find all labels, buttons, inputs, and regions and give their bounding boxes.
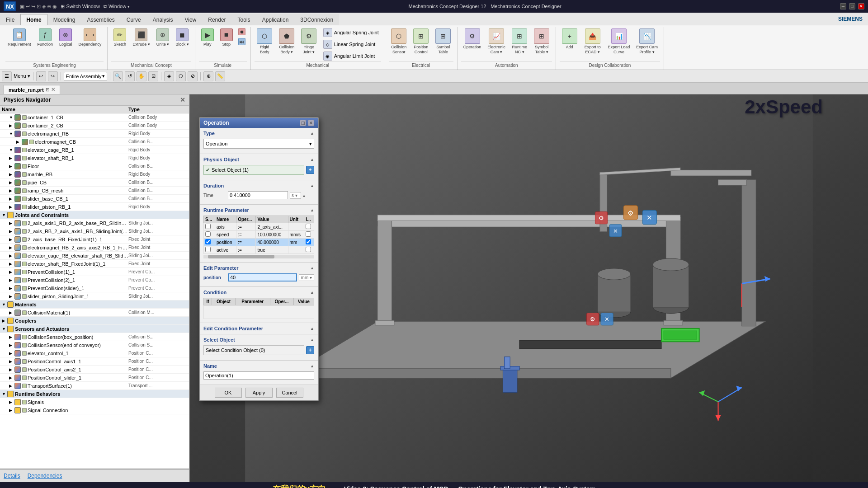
dialog-cancel-btn[interactable]: Cancel bbox=[276, 388, 303, 398]
tb-snap[interactable]: ⊕ bbox=[203, 71, 213, 81]
select-object-add-btn[interactable]: + bbox=[306, 166, 314, 174]
3d-viewport[interactable]: ⚙ ✕ ⚙ ✕ ⚙ ✕ bbox=[190, 94, 868, 482]
time-input[interactable] bbox=[228, 191, 288, 199]
tree-expander[interactable]: ▶ bbox=[9, 221, 14, 225]
tree-expander[interactable]: ▼ bbox=[2, 392, 7, 396]
tab-3dconnexion[interactable]: 3DConnexion bbox=[294, 14, 339, 25]
tree-expander[interactable]: ▶ bbox=[9, 400, 14, 404]
tree-item[interactable]: ▼container_1_CBCollision Body bbox=[0, 113, 189, 122]
dialog-apply-btn[interactable]: Apply bbox=[245, 388, 273, 398]
edit-param-unit-select[interactable]: mm ▾ bbox=[299, 274, 314, 281]
param-table-row[interactable]: speed := 100.000000 mm/s bbox=[204, 231, 314, 239]
doc-tab-close[interactable]: ✕ bbox=[51, 87, 55, 93]
dependencies-tab[interactable]: Dependencies bbox=[28, 473, 62, 479]
param-table-scrollbar[interactable] bbox=[203, 255, 314, 258]
angular-spring-joint-item[interactable]: ◈ Angular Spring Joint bbox=[321, 27, 381, 38]
tree-item[interactable]: ▶Signals bbox=[0, 398, 189, 406]
name-input[interactable] bbox=[203, 371, 314, 380]
param-checkbox[interactable] bbox=[205, 247, 211, 252]
tree-expander[interactable]: ▶ bbox=[9, 156, 14, 160]
tree-expander[interactable]: ▶ bbox=[9, 408, 14, 413]
param-i-cell[interactable] bbox=[304, 223, 314, 231]
type-section-header[interactable]: Type ▲ bbox=[203, 130, 314, 137]
tree-item[interactable]: ▶CollisionMaterial(1)Collision M... bbox=[0, 309, 189, 317]
tree-item[interactable]: ▶PreventCollision(1)_1Prevent Co... bbox=[0, 268, 189, 276]
function-btn[interactable]: ƒ Function bbox=[35, 27, 56, 48]
type-select[interactable]: Operation ▾ bbox=[203, 139, 314, 149]
param-i-checkbox[interactable] bbox=[306, 231, 311, 237]
param-table-row[interactable]: active := true bbox=[204, 246, 314, 254]
tree-expander[interactable]: ▶ bbox=[9, 384, 14, 388]
tab-modeling[interactable]: Modeling bbox=[47, 14, 81, 25]
time-unit-select[interactable]: s ▾ bbox=[290, 192, 301, 199]
tree-expander[interactable]: ▶ bbox=[9, 286, 14, 291]
minimize-btn[interactable]: ─ bbox=[840, 3, 846, 9]
tree-expander[interactable]: ▶ bbox=[9, 245, 14, 250]
tree-item[interactable]: ▼Joints and Constraints bbox=[0, 211, 189, 219]
tree-item[interactable]: ▶PositionControl_axis2_1Position C... bbox=[0, 366, 189, 374]
runtime-nc-btn[interactable]: ⊞ RuntimeNC ▾ bbox=[509, 27, 530, 56]
tree-item[interactable]: ▶electromagnet_RB_2_axis_axis2_RB_1_Fixe… bbox=[0, 244, 189, 252]
tree-item[interactable]: ▶PreventCollision(2)_1Prevent Co... bbox=[0, 276, 189, 284]
param-checkbox[interactable] bbox=[205, 231, 211, 237]
tab-assemblies[interactable]: Assemblies bbox=[81, 14, 120, 25]
tree-item[interactable]: ▶Couplers bbox=[0, 317, 189, 325]
angular-limit-joint-item[interactable]: ◉ Angular Limit Joint bbox=[321, 51, 381, 61]
stop-btn[interactable]: ■ Stop bbox=[218, 27, 235, 48]
param-check-cell[interactable] bbox=[204, 246, 215, 254]
dialog-restore-btn[interactable]: ◫ bbox=[300, 120, 306, 126]
param-table-row[interactable]: axis := 2_axis_axi... bbox=[204, 223, 314, 231]
tree-item[interactable]: ▼elevator_cage_RB_1Rigid Body bbox=[0, 146, 189, 154]
symbol-table-btn[interactable]: ⊞ SymbolTable bbox=[433, 27, 453, 56]
tree-expander[interactable]: ▶ bbox=[9, 375, 14, 380]
unite-btn[interactable]: ⊕ Unite ▾ bbox=[154, 27, 172, 48]
play-btn[interactable]: ▶ Play bbox=[199, 27, 216, 48]
tab-home[interactable]: Home bbox=[20, 14, 47, 25]
tree-item[interactable]: ▶PreventCollision(slider)_1Prevent Co... bbox=[0, 284, 189, 292]
dialog-close-btn[interactable]: ✕ bbox=[308, 120, 314, 126]
rigid-body-btn[interactable]: ⬡ RigidBody bbox=[255, 27, 275, 56]
tree-expander[interactable]: ▶ bbox=[9, 270, 14, 274]
tree-item[interactable]: ▶electromagnet_CBCollision B... bbox=[0, 138, 189, 146]
tree-item[interactable]: ▶Signal Connection bbox=[0, 406, 189, 414]
tree-expander[interactable]: ▶ bbox=[9, 197, 14, 201]
tree-item[interactable]: ▶elevator_shaft_RB_FixedJoint(1)_1Fixed … bbox=[0, 260, 189, 268]
panel-close-btn[interactable]: ✕ bbox=[180, 96, 185, 103]
param-i-cell[interactable] bbox=[304, 231, 314, 239]
dialog-ok-btn[interactable]: OK bbox=[215, 388, 242, 398]
close-btn[interactable]: ✕ bbox=[858, 3, 864, 9]
tree-item[interactable]: ▶2_axis_axis1_RB_2_axis_base_RB_SlidingJ… bbox=[0, 219, 189, 227]
tb-rotate[interactable]: ↺ bbox=[125, 71, 135, 81]
sketch-btn[interactable]: ✏ Sketch bbox=[111, 27, 128, 48]
physics-tree[interactable]: ▼container_1_CBCollision Body▶container_… bbox=[0, 113, 189, 469]
tree-item[interactable]: ▶CollisionSensor(box_position)Collision … bbox=[0, 333, 189, 341]
param-checkbox[interactable] bbox=[205, 224, 211, 229]
tree-expander[interactable]: ▼ bbox=[9, 115, 14, 120]
param-checkbox[interactable] bbox=[205, 239, 211, 244]
condition-header[interactable]: Condition ▲ bbox=[203, 289, 314, 296]
select-cond-object-add-btn[interactable]: + bbox=[306, 346, 314, 354]
logical-btn[interactable]: ⊗ Logical bbox=[57, 27, 75, 48]
tree-expander[interactable]: ▶ bbox=[9, 351, 14, 356]
menu-btn[interactable]: ☰ bbox=[2, 71, 12, 81]
param-i-cell[interactable] bbox=[304, 239, 314, 246]
position-control-btn[interactable]: ⊞ PositionControl bbox=[411, 27, 431, 56]
tree-expander[interactable]: ▶ bbox=[16, 140, 22, 144]
window-menu-btn[interactable]: ⧉ Window ▾ bbox=[104, 4, 130, 9]
param-i-checkbox[interactable] bbox=[306, 239, 311, 244]
tree-expander[interactable]: ▶ bbox=[9, 188, 14, 193]
tree-expander[interactable]: ▶ bbox=[9, 180, 14, 185]
tree-item[interactable]: ▶PositionControl_axis1_1Position C... bbox=[0, 357, 189, 366]
tree-item[interactable]: ▶ramp_CB_meshCollision B... bbox=[0, 187, 189, 195]
block-btn[interactable]: ◼ Block ▾ bbox=[173, 27, 191, 48]
tab-file[interactable]: File bbox=[0, 14, 20, 25]
param-table-row[interactable]: position := 40.000000 mm bbox=[204, 239, 314, 246]
tree-expander[interactable]: ▶ bbox=[9, 253, 14, 258]
tb-pan[interactable]: ✋ bbox=[137, 71, 146, 81]
details-tab[interactable]: Details bbox=[4, 473, 20, 479]
tree-item[interactable]: ▶pipe_CBCollision B... bbox=[0, 178, 189, 187]
extrude-btn[interactable]: ⬛ Extrude ▾ bbox=[130, 27, 152, 48]
maximize-btn[interactable]: □ bbox=[849, 3, 855, 9]
tree-item[interactable]: ▶PositionControl_slider_1Position C... bbox=[0, 374, 189, 382]
tree-expander[interactable]: ▶ bbox=[9, 359, 14, 364]
